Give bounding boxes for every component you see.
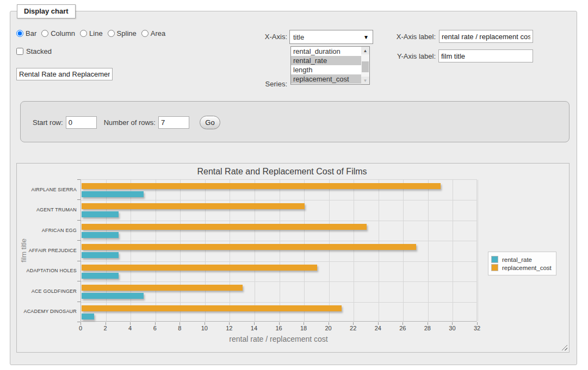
x-axis-tick-label: 10 [194,325,215,331]
gridline-vertical [156,180,156,321]
y-axis-tick-mark [77,302,81,302]
series-listbox[interactable]: rental_durationrental_ratelengthreplacem… [290,46,370,85]
gridline-vertical [255,180,255,321]
x-axis-select[interactable]: title ▼ [289,30,373,44]
x-axis-tick-label: 12 [218,325,240,331]
series-list-scrollbar[interactable]: ▲ ▼ [361,47,369,84]
y-axis-label-input[interactable] [438,49,533,62]
go-button[interactable]: Go [200,116,220,129]
chart-plot-area [81,179,477,322]
x-axis-tick-label: 28 [417,325,438,331]
y-axis-tick-mark [77,240,81,241]
chart-type-radio-bar[interactable] [16,30,23,37]
x-axis-tick-label: 30 [441,325,463,331]
chart-resize-handle-icon[interactable] [561,344,567,350]
series-option-replacement_cost[interactable]: replacement_cost [291,74,362,84]
chart-type-label-column: Column [51,29,75,37]
y-category-label: ADAPTATION HOLES [17,268,77,273]
bar-rental_rate-6 [82,313,94,319]
gridline-vertical [403,180,404,321]
x-axis-tick-label: 6 [144,325,166,331]
y-axis-tick-mark [77,179,81,180]
bar-rental_rate-0 [82,191,144,197]
series-option-length[interactable]: length [291,65,362,74]
legend-entry-rental_rate: rental_rate [491,256,552,263]
bar-replacement_cost-0 [82,183,441,189]
gridline-vertical [304,180,305,321]
bar-rental_rate-1 [82,211,119,217]
bar-replacement_cost-1 [82,203,305,209]
series-option-rental_duration[interactable]: rental_duration [291,47,362,56]
chart-type-radio-spline[interactable] [108,30,115,37]
bar-rental_rate-2 [82,232,119,238]
y-axis-tick-mark [77,199,81,200]
gridline-horizontal [81,221,476,221]
chart-type-label-line: Line [89,29,103,37]
x-axis-tick-label: 32 [466,325,488,331]
series-option-rental_rate[interactable]: rental_rate [291,56,362,65]
chart-type-option-column: Column [41,29,75,37]
y-axis-tick-mark [77,220,81,221]
bar-replacement_cost-2 [82,224,367,230]
y-category-label: AGENT TRUMAN [17,207,77,212]
bar-rental_rate-4 [82,273,119,279]
chart-panel: Rental Rate and Replacement Cost of Film… [16,163,570,353]
x-axis-tick-label: 18 [293,325,314,331]
chart-type-option-bar: Bar [16,29,36,37]
series-list-label: Series: [250,80,287,88]
y-axis-tick-mark [77,281,81,281]
start-row-input[interactable] [66,116,97,129]
bar-replacement_cost-4 [82,265,317,271]
start-row-label: Start row: [33,118,63,127]
bar-replacement_cost-6 [82,305,342,311]
gridline-vertical [478,180,478,321]
chart-type-radio-column[interactable] [41,30,48,37]
scrollbar-thumb[interactable] [362,61,369,72]
chart-type-label-bar: Bar [26,29,36,37]
chart-type-radio-group: BarColumnLineSplineArea [16,29,170,37]
chart-legend: rental_ratereplacement_cost [488,252,556,275]
x-axis-tick-label: 0 [70,325,91,331]
legend-swatch-icon [491,256,498,263]
x-axis-tick-label: 2 [95,325,116,331]
x-axis-tick-label: 16 [268,325,290,331]
y-category-label: AIRPLANE SIERRA [17,187,77,192]
scrollbar-down-icon[interactable]: ▼ [361,77,369,84]
chart-type-option-area: Area [141,29,165,37]
gridline-vertical [354,180,354,321]
legend-swatch-icon [491,264,498,271]
bar-rental_rate-5 [82,293,144,299]
row-range-panel: Start row: Number of rows: Go [20,101,570,142]
gridline-vertical [230,180,230,321]
y-category-label: AFRICAN EGG [17,228,77,233]
x-axis-label-input[interactable] [439,30,533,43]
chart-title-input[interactable] [16,68,113,80]
gridline-vertical [131,180,131,321]
bar-rental_rate-3 [82,252,119,258]
select-dropdown-arrow-icon: ▼ [363,34,369,40]
chart-type-option-spline: Spline [108,29,137,37]
legend-label: rental_rate [502,256,532,263]
legend-label: replacement_cost [502,265,552,271]
x-axis-tick-label: 8 [169,325,190,331]
y-category-label: ACE GOLDFINGER [17,289,77,294]
x-axis-tick-label: 22 [342,325,364,331]
chart-type-radio-area[interactable] [141,30,148,37]
display-chart-panel: Display chart BarColumnLineSplineArea St… [10,11,577,365]
stacked-checkbox[interactable] [16,48,23,55]
legend-entry-replacement_cost: replacement_cost [491,264,552,271]
num-rows-input[interactable] [158,116,189,129]
x-axis-tick-label: 26 [392,325,413,331]
chart-type-option-line: Line [80,29,103,37]
x-axis-tick-label: 4 [119,325,141,331]
chart-type-label-area: Area [151,29,165,37]
gridline-vertical [329,180,330,321]
x-axis-tick-label: 20 [318,325,339,331]
y-category-label: ACADEMY DINOSAUR [17,309,77,314]
chart-type-label-spline: Spline [117,29,137,37]
y-category-label: AFFAIR PREJUDICE [17,248,77,253]
scrollbar-up-icon[interactable]: ▲ [361,47,369,54]
gridline-horizontal [81,281,476,282]
chart-type-radio-line[interactable] [80,30,87,37]
bar-replacement_cost-5 [82,285,243,291]
